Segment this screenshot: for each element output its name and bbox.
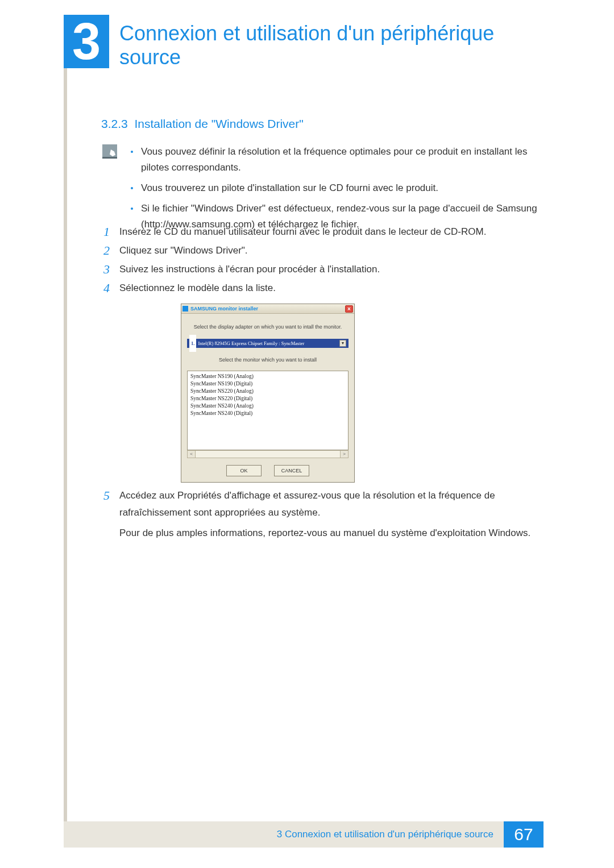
note-item: Vous trouverez un pilote d'installation … bbox=[131, 180, 540, 196]
section-title: 3.2.3 Installation de "Windows Driver" bbox=[101, 117, 304, 131]
step-4: 4 Sélectionnez le modèle dans la liste. bbox=[103, 280, 541, 297]
side-stripe bbox=[64, 15, 67, 848]
step-5-line1: Accédez aux Propriétés d'affichage et as… bbox=[119, 490, 495, 518]
installer-button-row: OK CANCEL bbox=[181, 462, 354, 482]
adapter-dropdown[interactable]: 1. Intel(R) 82945G Express Chipset Famil… bbox=[187, 339, 349, 348]
installer-instruction-1: Select the display adapter on which you … bbox=[181, 318, 354, 335]
installer-titlebar: SAMSUNG monitor installer × bbox=[181, 304, 354, 314]
scroll-left-icon[interactable]: < bbox=[188, 451, 196, 458]
close-icon[interactable]: × bbox=[345, 305, 353, 313]
installer-instruction-2: Select the monitor which you want to ins… bbox=[181, 351, 354, 368]
note-icon bbox=[102, 144, 117, 159]
chapter-title: Connexion et utilisation d'un périphériq… bbox=[119, 22, 540, 69]
bullet-icon bbox=[131, 151, 133, 153]
list-item[interactable]: SyncMaster NS220 (Analog) bbox=[190, 388, 345, 395]
step-number: 4 bbox=[103, 280, 116, 297]
list-item[interactable]: SyncMaster NS220 (Digital) bbox=[190, 395, 345, 402]
step-number: 2 bbox=[103, 242, 116, 259]
step-number: 5 bbox=[103, 487, 116, 542]
ok-button[interactable]: OK bbox=[226, 465, 262, 476]
note-text: Vous trouverez un pilote d'installation … bbox=[141, 180, 438, 196]
step-text: Sélectionnez le modèle dans la liste. bbox=[119, 280, 541, 297]
installer-screenshot: SAMSUNG monitor installer × Select the d… bbox=[181, 304, 355, 483]
step-5: 5 Accédez aux Propriétés d'affichage et … bbox=[103, 487, 541, 542]
dropdown-index: 1. bbox=[189, 335, 196, 352]
monitor-listbox[interactable]: SyncMaster NS190 (Analog) SyncMaster NS1… bbox=[187, 371, 349, 450]
list-item[interactable]: SyncMaster NS240 (Digital) bbox=[190, 410, 345, 417]
cancel-button[interactable]: CANCEL bbox=[274, 465, 309, 476]
footer-label: 3 Connexion et utilisation d'un périphér… bbox=[64, 821, 504, 848]
step-text: Insérez le CD du manuel utilisateur four… bbox=[119, 223, 541, 240]
page-number: 67 bbox=[504, 821, 544, 848]
step-text: Suivez les instructions à l'écran pour p… bbox=[119, 261, 541, 278]
dropdown-selected: Intel(R) 82945G Express Chipset Family :… bbox=[198, 335, 304, 352]
list-item[interactable]: SyncMaster NS240 (Analog) bbox=[190, 402, 345, 410]
bullet-icon bbox=[131, 207, 133, 210]
note-item: Vous pouvez définir la résolution et la … bbox=[131, 144, 540, 176]
note-text: Vous pouvez définir la résolution et la … bbox=[141, 144, 540, 176]
step-5-line2: Pour de plus amples informations, report… bbox=[119, 525, 541, 542]
step-2: 2 Cliquez sur "Windows Driver". bbox=[103, 242, 541, 259]
scroll-right-icon[interactable]: > bbox=[340, 451, 348, 458]
bullet-icon bbox=[131, 187, 133, 189]
window-icon bbox=[182, 306, 188, 312]
chapter-number-box: 3 bbox=[64, 15, 109, 68]
list-item[interactable]: SyncMaster NS190 (Digital) bbox=[190, 380, 345, 388]
chevron-down-icon[interactable]: ▼ bbox=[339, 340, 346, 347]
section-number: 3.2.3 bbox=[101, 117, 128, 130]
list-item[interactable]: SyncMaster NS190 (Analog) bbox=[190, 373, 345, 380]
step-number: 1 bbox=[103, 223, 116, 240]
step-text: Accédez aux Propriétés d'affichage et as… bbox=[119, 487, 541, 542]
section-heading: Installation de "Windows Driver" bbox=[134, 117, 303, 130]
step-3: 3 Suivez les instructions à l'écran pour… bbox=[103, 261, 541, 278]
scroll-track[interactable] bbox=[196, 451, 340, 458]
installer-window: SAMSUNG monitor installer × Select the d… bbox=[181, 304, 355, 483]
installer-body: Select the display adapter on which you … bbox=[181, 318, 354, 482]
steps-list: 1 Insérez le CD du manuel utilisateur fo… bbox=[103, 223, 541, 543]
step-number: 3 bbox=[103, 261, 116, 278]
step-text: Cliquez sur "Windows Driver". bbox=[119, 242, 541, 259]
horizontal-scrollbar[interactable]: < > bbox=[187, 450, 349, 458]
page-footer: 3 Connexion et utilisation d'un périphér… bbox=[64, 821, 544, 848]
installer-title: SAMSUNG monitor installer bbox=[190, 300, 258, 317]
step-1: 1 Insérez le CD du manuel utilisateur fo… bbox=[103, 223, 541, 240]
